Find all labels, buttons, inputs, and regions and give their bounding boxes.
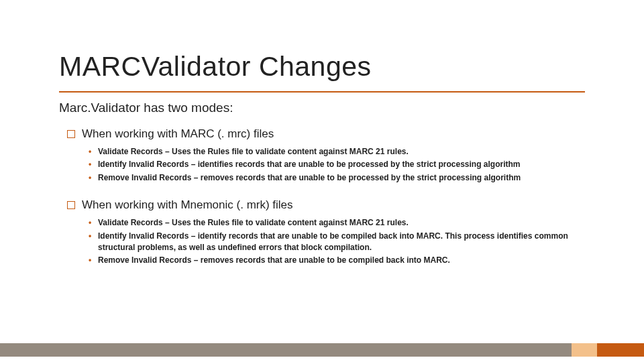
content-area: Marc.Validator has two modes: When worki…	[59, 101, 596, 282]
list-item: Remove Invalid Records – removes records…	[89, 255, 594, 266]
slide: MARCValidator Changes Marc.Validator has…	[0, 0, 644, 362]
footer-bar	[0, 343, 644, 357]
bullet-list: Validate Records – Uses the Rules file t…	[89, 146, 596, 184]
footer-segment-grey	[0, 343, 572, 357]
page-title: MARCValidator Changes	[59, 51, 372, 82]
list-item: Identify Invalid Records – identifies re…	[89, 159, 594, 170]
footer-segment-light-orange	[572, 343, 597, 357]
footer-segment-orange	[597, 343, 644, 357]
list-item: Validate Records – Uses the Rules file t…	[89, 217, 594, 229]
title-underline	[59, 91, 585, 93]
checkbox-icon	[67, 201, 75, 209]
list-item: Remove Invalid Records – removes records…	[89, 172, 594, 184]
mode-head: When working with Mnemonic (. mrk) files	[67, 198, 596, 212]
mode-head: When working with MARC (. mrc) files	[67, 127, 596, 141]
mode-title: When working with Mnemonic (. mrk) files	[82, 198, 293, 212]
list-item: Validate Records – Uses the Rules file t…	[89, 146, 594, 158]
bullet-list: Validate Records – Uses the Rules file t…	[89, 217, 596, 267]
mode-block-mrk: When working with Mnemonic (. mrk) files…	[59, 198, 596, 267]
mode-title: When working with MARC (. mrc) files	[82, 127, 274, 141]
mode-block-mrc: When working with MARC (. mrc) files Val…	[59, 127, 596, 184]
checkbox-icon	[67, 130, 75, 138]
lead-text: Marc.Validator has two modes:	[59, 101, 596, 115]
list-item: Identify Invalid Records – identify reco…	[89, 231, 594, 254]
